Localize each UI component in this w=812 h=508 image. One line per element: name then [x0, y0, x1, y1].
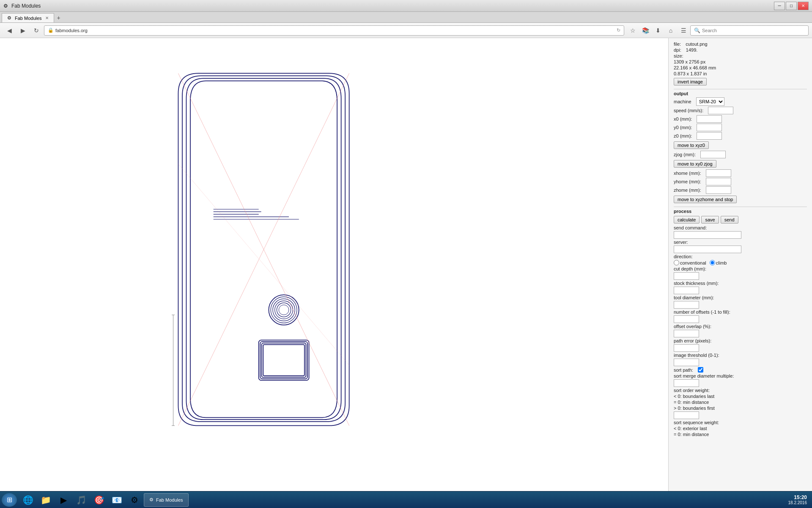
save-button[interactable]: save — [701, 216, 719, 224]
num-offsets-input[interactable]: 1 — [674, 315, 699, 323]
filename-text: cutout.png — [686, 41, 707, 47]
climb-radio-label[interactable]: climb — [710, 260, 727, 265]
taskbar-app-media[interactable]: ▶ — [55, 493, 72, 507]
yhome-input[interactable]: 152.4 — [706, 178, 731, 185]
back-button[interactable]: ◀ — [3, 25, 15, 36]
num-offsets-label-row: number of offsets (-1 to fill): — [674, 309, 807, 315]
taskbar-app-music[interactable]: 🎵 — [73, 493, 90, 507]
taskbar-apps: 🌐 📁 ▶ 🎵 🎯 📧 ⚙ — [19, 493, 143, 507]
image-threshold-input[interactable]: .5 — [674, 359, 699, 366]
bookmark-icon[interactable]: 📚 — [640, 25, 650, 36]
tab-fabmodules[interactable]: ⚙ Fab Modules ✕ — [2, 13, 54, 22]
search-bar[interactable]: 🔍 — [690, 25, 809, 36]
close-button[interactable]: ✕ — [798, 2, 809, 10]
machine-row: machine SRM-20 — [674, 97, 807, 106]
move-xy0jog-button[interactable]: move to xy0 zjog — [674, 160, 716, 168]
server-row: 127.0.0.1:12345 — [674, 246, 807, 253]
taskbar-app-dart[interactable]: 🎯 — [91, 493, 107, 507]
star-icon[interactable]: ☆ — [628, 25, 638, 36]
address-bar[interactable]: 🔒 fabmodules.org ↻ — [44, 25, 624, 36]
zjog-row: zjog (mm): 2 — [674, 151, 807, 158]
tool-diameter-label: tool diameter (mm): — [674, 295, 714, 300]
search-input[interactable] — [702, 28, 805, 33]
conventional-radio-label[interactable]: conventional — [674, 260, 706, 265]
taskbar-app-ie[interactable]: 🌐 — [19, 493, 36, 507]
image-threshold-label-row: image threshold (0-1): — [674, 353, 807, 358]
menu-icon[interactable]: ☰ — [678, 25, 689, 36]
stock-thickness-input[interactable]: 1.7 — [674, 287, 699, 294]
path-error-row: 1.1 — [674, 344, 807, 352]
size-label: size: — [674, 53, 683, 58]
new-tab-button[interactable]: + — [54, 13, 63, 22]
speed-input[interactable]: 4 — [708, 107, 733, 114]
sort-seq-label: sort sequence weight: — [674, 420, 719, 425]
process-buttons-row: calculate save send — [674, 215, 807, 224]
climb-radio[interactable] — [710, 260, 715, 265]
calculate-button[interactable]: calculate — [674, 216, 700, 224]
conventional-radio[interactable] — [674, 260, 679, 265]
px-size-row: 1309 x 2756 px — [674, 59, 807, 64]
zhome-input[interactable]: 60.5 — [706, 186, 731, 194]
move-xyzhome-button[interactable]: move to xyzhome and stop — [674, 196, 737, 203]
tab-bar: ⚙ Fab Modules ✕ + — [0, 12, 812, 23]
file-row: file: cutout.png — [674, 41, 807, 47]
taskbar-app-email[interactable]: 📧 — [108, 493, 125, 507]
canvas-area — [0, 38, 668, 491]
minimize-button[interactable]: ─ — [774, 2, 785, 10]
conventional-label: conventional — [680, 260, 706, 265]
image-threshold-row: .5 — [674, 359, 807, 366]
taskbar-app-settings[interactable]: ⚙ — [126, 493, 143, 507]
taskbar-windows: ⚙ Fab Modules — [144, 493, 784, 507]
sort-order-row: -1 — [674, 411, 807, 419]
y0-input[interactable]: 0 — [697, 124, 722, 131]
cut-depth-label-row: cut depth (mm): — [674, 266, 807, 271]
move-xyz0-row: move to xyz0 — [674, 141, 807, 150]
sort-order-input[interactable]: -1 — [674, 411, 699, 419]
in-size-text: 0.873 x 1.837 in — [674, 71, 707, 76]
sort-order-eq-text: = 0: min distance — [674, 400, 709, 405]
forward-button[interactable]: ▶ — [17, 25, 29, 36]
path-error-input[interactable]: 1.1 — [674, 344, 699, 352]
sort-merge-input[interactable]: 1.5 — [674, 379, 699, 387]
maximize-button[interactable]: □ — [786, 2, 797, 10]
tool-diameter-input[interactable]: 0.79 — [674, 301, 699, 309]
mm-size-text: 22.166 x 46.668 mm — [674, 65, 716, 70]
server-input[interactable]: 127.0.0.1:12345 — [674, 246, 741, 253]
cut-depth-input[interactable]: 0.6 — [674, 272, 699, 280]
tool-diameter-row: 0.79 — [674, 301, 807, 309]
url-text: fabmodules.org — [55, 28, 617, 33]
machine-select[interactable]: SRM-20 — [696, 97, 724, 106]
sort-merge-label: sort merge diameter multiple: — [674, 373, 734, 378]
xhome-input[interactable]: 0 — [706, 169, 731, 177]
x0-input[interactable]: 0 — [697, 115, 722, 123]
taskbar: ⊞ 🌐 📁 ▶ 🎵 🎯 📧 ⚙ ⚙ Fab Modules 15:20 18.2… — [0, 491, 812, 508]
process-section: process calculate save send send command… — [674, 209, 807, 437]
home-icon[interactable]: ⌂ — [666, 25, 676, 36]
invert-image-button[interactable]: invert image — [674, 78, 707, 86]
taskbar-window-fabmodules[interactable]: ⚙ Fab Modules — [144, 493, 189, 507]
direction-label-row: direction: — [674, 254, 807, 259]
zhome-row: zhome (mm): 60.5 — [674, 186, 807, 194]
send-command-label: send command: — [674, 225, 707, 230]
title-bar: ⚙ Fab Modules ─ □ ✕ — [0, 0, 812, 12]
z0-input[interactable]: 0 — [697, 132, 722, 140]
offset-overlap-input[interactable]: 50 — [674, 330, 699, 337]
move-xyzhome-row: move to xyzhome and stop — [674, 195, 807, 204]
send-button[interactable]: send — [721, 216, 738, 224]
size-label-row: size: — [674, 53, 807, 58]
move-xyz0-button[interactable]: move to xyz0 — [674, 141, 709, 149]
taskbar-app-explorer[interactable]: 📁 — [37, 493, 54, 507]
start-button[interactable]: ⊞ — [2, 493, 17, 507]
stock-thickness-row: 1.7 — [674, 287, 807, 294]
refresh-button[interactable]: ↻ — [30, 25, 42, 36]
dpi-label: dpi: — [674, 47, 681, 52]
sort-path-checkbox[interactable] — [698, 367, 703, 373]
send-command-input[interactable]: mod_prnt.py /dev/usb/l — [674, 231, 741, 239]
divider-1 — [674, 89, 807, 89]
stock-thickness-label: stock thickness (mm): — [674, 281, 719, 286]
taskbar-window-label: Fab Modules — [156, 497, 183, 502]
direction-label: direction: — [674, 254, 693, 259]
zjog-input[interactable]: 2 — [700, 151, 726, 158]
download-icon[interactable]: ⬇ — [653, 25, 663, 36]
tab-close-button[interactable]: ✕ — [45, 16, 49, 20]
